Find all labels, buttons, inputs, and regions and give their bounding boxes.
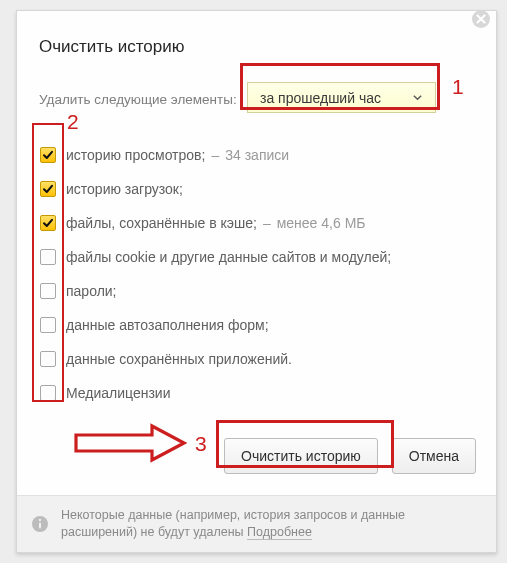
option-label: файлы, сохранённые в кэше; — [66, 215, 257, 231]
annotation-label-3: 3 — [195, 432, 207, 456]
options-list: историю просмотров;–34 записиисторию заг… — [40, 138, 480, 410]
footer-message: Некоторые данные (например, история запр… — [61, 507, 478, 541]
time-range-value: за прошедший час — [260, 90, 381, 106]
cancel-button[interactable]: Отмена — [392, 438, 476, 474]
option-row[interactable]: пароли; — [40, 274, 480, 308]
option-label: пароли; — [66, 283, 117, 299]
annotation-arrow-icon — [72, 423, 187, 463]
learn-more-link[interactable]: Подробнее — [247, 525, 312, 540]
checkbox[interactable] — [40, 317, 56, 333]
checkbox[interactable] — [40, 181, 56, 197]
checkbox[interactable] — [40, 147, 56, 163]
checkbox[interactable] — [40, 249, 56, 265]
checkbox[interactable] — [40, 215, 56, 231]
checkbox[interactable] — [40, 385, 56, 401]
svg-point-3 — [39, 519, 41, 521]
option-row[interactable]: файлы cookie и другие данные сайтов и мо… — [40, 240, 480, 274]
time-range-select[interactable]: за прошедший час — [247, 82, 436, 113]
option-hint: менее 4,6 МБ — [277, 215, 366, 231]
clear-history-dialog: Очистить историю Удалить следующие элеме… — [16, 10, 497, 553]
option-hint: 34 записи — [225, 147, 289, 163]
footer: Некоторые данные (например, история запр… — [17, 495, 496, 552]
dialog-title: Очистить историю — [39, 37, 184, 57]
checkbox[interactable] — [40, 351, 56, 367]
hint-separator: – — [211, 147, 219, 163]
option-row[interactable]: историю загрузок; — [40, 172, 480, 206]
option-row[interactable]: данные сохранённых приложений. — [40, 342, 480, 376]
time-range-label: Удалить следующие элементы: — [39, 92, 237, 107]
annotation-label-1: 1 — [452, 75, 464, 99]
option-row[interactable]: данные автозаполнения форм; — [40, 308, 480, 342]
checkbox[interactable] — [40, 283, 56, 299]
option-label: файлы cookie и другие данные сайтов и мо… — [66, 249, 391, 265]
option-label: историю загрузок; — [66, 181, 183, 197]
option-label: данные сохранённых приложений. — [66, 351, 292, 367]
close-icon[interactable] — [469, 7, 493, 31]
svg-rect-2 — [39, 523, 41, 529]
chevron-down-icon — [412, 92, 423, 103]
info-icon — [31, 515, 49, 533]
annotation-label-2: 2 — [67, 110, 79, 134]
option-label: историю просмотров; — [66, 147, 205, 163]
option-row[interactable]: историю просмотров;–34 записи — [40, 138, 480, 172]
option-row[interactable]: Медиалицензии — [40, 376, 480, 410]
option-label: Медиалицензии — [66, 385, 171, 401]
hint-separator: – — [263, 215, 271, 231]
option-label: данные автозаполнения форм; — [66, 317, 269, 333]
clear-history-button[interactable]: Очистить историю — [224, 438, 378, 474]
option-row[interactable]: файлы, сохранённые в кэше;–менее 4,6 МБ — [40, 206, 480, 240]
